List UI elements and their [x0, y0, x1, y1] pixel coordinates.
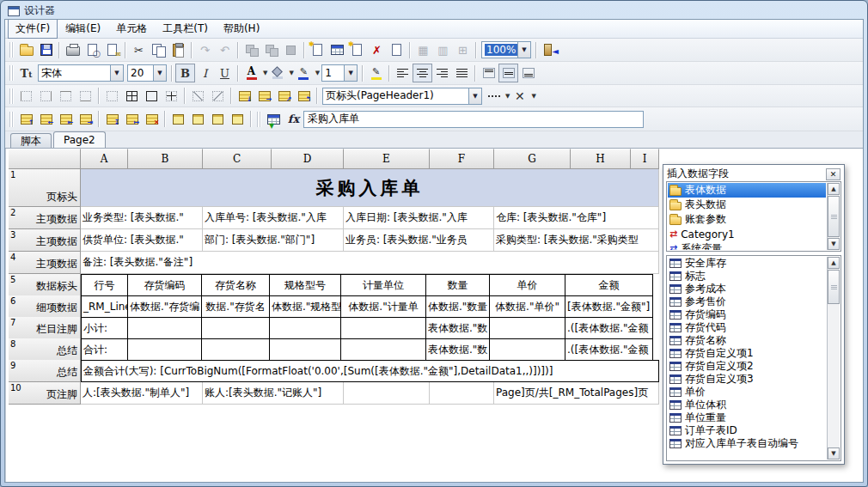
align-justify-button[interactable]: [452, 64, 472, 82]
border-none-button[interactable]: [102, 87, 122, 106]
row-header-6[interactable]: 6细项数据: [9, 295, 81, 318]
delete-band-button[interactable]: ✕: [510, 87, 529, 106]
exit-button[interactable]: ◄: [540, 40, 559, 59]
cell-r5-A[interactable]: 行号: [81, 274, 128, 296]
cell-r10-E[interactable]: [344, 382, 430, 405]
cell-r1-A-I[interactable]: 采购入库单: [81, 169, 659, 207]
scroll-down-arrow[interactable]: ▼: [828, 238, 840, 250]
band-style-4-button[interactable]: [228, 110, 248, 129]
merge-cells-button[interactable]: ↗: [274, 87, 294, 106]
cell-r7-C[interactable]: [201, 317, 270, 339]
border-right-button[interactable]: [36, 87, 56, 106]
cell-r5-C[interactable]: 存货名称: [201, 274, 270, 296]
insert-cell-down-button[interactable]: ↓: [235, 87, 254, 106]
cell-r10-G-I[interactable]: Page]页/共[_RM_TotalPages]页: [494, 382, 659, 405]
row-header-8[interactable]: 8总结: [9, 338, 81, 361]
category-item-1[interactable]: 表头数据: [668, 198, 826, 212]
scroll-up-arrow[interactable]: ▲: [828, 183, 840, 195]
font-name-select[interactable]: 宋体 ▼: [38, 64, 124, 82]
cell-r8-A[interactable]: 合计:: [81, 338, 128, 361]
font-color-button[interactable]: A: [241, 64, 261, 82]
col-header-H[interactable]: H: [571, 149, 631, 169]
row-header-10[interactable]: 10页注脚: [9, 382, 81, 405]
menu-help[interactable]: 帮助(H): [216, 19, 267, 39]
field-item-0[interactable]: 安全库存: [668, 257, 826, 270]
italic-button[interactable]: I: [195, 64, 215, 82]
cell-r5-D[interactable]: 规格型号: [269, 274, 341, 296]
font-size-select[interactable]: 20 ▼: [127, 64, 167, 82]
col-header-F[interactable]: F: [430, 149, 494, 169]
cell-r8-D[interactable]: [269, 338, 341, 361]
band-style-3-button[interactable]: [208, 110, 228, 129]
row-header-4[interactable]: 4主项数据: [9, 252, 81, 274]
category-item-4[interactable]: ⇄系统变量: [668, 241, 826, 250]
cell-r4-A-I[interactable]: 备注: [表头数据."备注"]: [81, 252, 659, 274]
cell-r8-B[interactable]: [127, 338, 202, 361]
cell-r6-C[interactable]: 数据."存货名: [201, 295, 270, 318]
field-item-7[interactable]: 存货自定义项1: [668, 347, 826, 360]
field-item-13[interactable]: 订单子表ID: [668, 424, 826, 437]
toolbar-grip[interactable]: [9, 42, 14, 58]
delete-band-dropdown-arrow[interactable]: ▼: [531, 93, 535, 100]
row-header-5[interactable]: 5数据标头: [9, 274, 81, 296]
font-size-dropdown-arrow[interactable]: ▼: [153, 65, 166, 81]
col-header-B[interactable]: B: [128, 149, 203, 169]
scroll-down-arrow[interactable]: ▼: [828, 447, 840, 460]
field-item-9[interactable]: 存货自定义项3: [668, 373, 826, 386]
cell-r8-C[interactable]: [201, 338, 270, 361]
underline-button[interactable]: U: [215, 64, 235, 82]
cell-r5-G[interactable]: 单价: [489, 274, 565, 296]
cell-r8-F[interactable]: 表体数据."数: [425, 338, 490, 361]
cell-r7-E[interactable]: [340, 317, 426, 339]
cell-r7-F[interactable]: 表体数据."数: [425, 317, 490, 339]
valign-top-button[interactable]: [479, 64, 498, 82]
undo-button[interactable]: ↶: [215, 40, 235, 59]
tab-script[interactable]: 脚本: [10, 133, 52, 148]
send-backward-button[interactable]: [261, 40, 281, 59]
new-report-button[interactable]: ✱: [308, 40, 327, 59]
row-header-1[interactable]: 1页标头: [9, 169, 81, 207]
border-top-button[interactable]: [56, 87, 76, 106]
new-page-button[interactable]: ✱: [347, 40, 367, 59]
cell-r8-G[interactable]: [489, 338, 565, 361]
delete-cells-button[interactable]: ✕: [142, 110, 162, 129]
insert-column-right-button[interactable]: ⇥: [76, 110, 95, 129]
col-header-A[interactable]: A: [81, 149, 128, 169]
insert-cell-right-button[interactable]: →: [254, 87, 274, 106]
fill-color-button[interactable]: [267, 64, 287, 82]
band-dropdown-arrow[interactable]: ▼: [468, 88, 481, 104]
toolbar-grip[interactable]: [9, 65, 14, 81]
field-item-14[interactable]: 对应入库单子表自动编号: [668, 437, 826, 450]
grid-size-button[interactable]: ⊞: [453, 40, 473, 59]
border-left-button[interactable]: [16, 87, 36, 106]
field-item-12[interactable]: 单位重量: [668, 411, 826, 424]
field-item-1[interactable]: 标志: [668, 270, 826, 283]
line-style-button[interactable]: [484, 87, 504, 106]
font-button[interactable]: Tt: [16, 64, 36, 82]
scrollbar-thumb[interactable]: [828, 270, 840, 304]
field-scrollbar[interactable]: ▲ ▼: [827, 257, 840, 460]
bold-button[interactable]: B: [175, 64, 195, 82]
cell-r2-E-F[interactable]: 入库日期: [表头数据."入库: [344, 207, 494, 229]
formula-bar-grip[interactable]: [257, 112, 261, 127]
row-header-3[interactable]: 3主项数据: [9, 229, 81, 252]
field-item-6[interactable]: 存货名称: [668, 334, 826, 347]
col-header-D[interactable]: D: [272, 149, 344, 169]
band-select[interactable]: 页标头(PageHeader1) ▼: [322, 88, 482, 105]
col-header-G[interactable]: G: [494, 149, 571, 169]
category-item-3[interactable]: ⇄Category1: [668, 227, 826, 241]
col-header-I[interactable]: I: [631, 149, 659, 169]
delete-column-button[interactable]: ↦: [122, 110, 142, 129]
field-item-2[interactable]: 参考成本: [668, 283, 826, 295]
insert-row-below-button[interactable]: ←: [36, 110, 56, 129]
valign-bottom-button[interactable]: [518, 64, 538, 82]
cell-r6-E[interactable]: 体数据."计量单: [340, 295, 426, 318]
redo-button[interactable]: ↷: [195, 40, 215, 59]
cell-r2-A-B[interactable]: 业务类型: [表头数据.": [81, 207, 203, 229]
grid-corner[interactable]: [9, 149, 81, 169]
align-right-button[interactable]: [432, 64, 452, 82]
fill-region-button[interactable]: [281, 40, 301, 59]
panel-close-button[interactable]: ✕: [826, 168, 840, 180]
col-header-E[interactable]: E: [344, 149, 430, 169]
cell-r6-B[interactable]: 体数据."存货编: [127, 295, 202, 318]
